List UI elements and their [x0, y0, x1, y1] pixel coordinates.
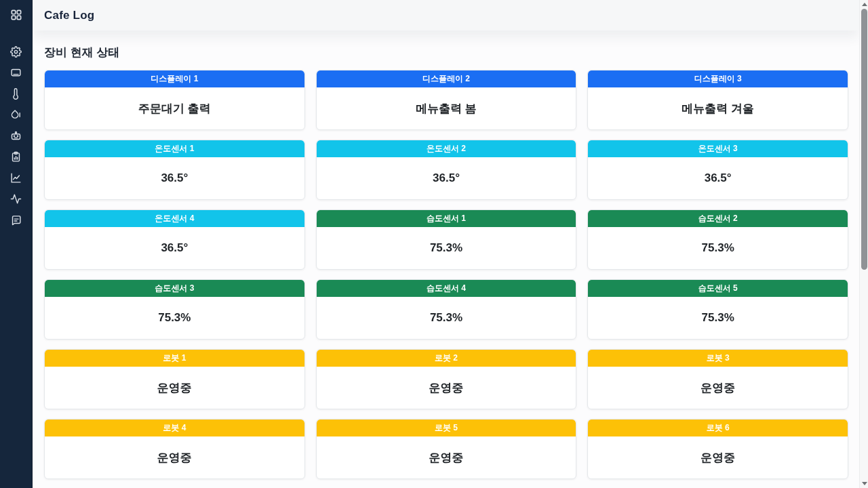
scroll-down-arrow-icon[interactable] [860, 479, 868, 488]
document-icon [10, 214, 22, 228]
sidebar-item-chart[interactable] [0, 169, 33, 190]
status-card: 온도센서 136.5° [44, 140, 305, 200]
status-card-title: 습도센서 1 [317, 210, 576, 227]
status-card-value: 36.5° [317, 157, 576, 199]
status-card-title: 로봇 3 [588, 350, 848, 367]
scrollbar-thumb[interactable] [861, 9, 867, 270]
status-card: 로봇 4운영중 [44, 419, 305, 479]
status-card-value: 75.3% [588, 227, 848, 269]
section-title: 장비 현재 상태 [44, 45, 848, 60]
status-card: 온도센서 336.5° [587, 140, 848, 200]
status-card-value: 36.5° [588, 157, 848, 199]
status-card-title: 온도센서 2 [317, 140, 576, 157]
status-card-value: 운영중 [45, 367, 304, 409]
status-card: 습도센서 375.3% [44, 279, 305, 340]
status-card-value: 36.5° [45, 157, 304, 199]
thermometer-icon [10, 88, 22, 102]
sidebar-item-temperature[interactable] [0, 85, 33, 106]
status-card: 디스플레이 1주문대기 출력 [44, 70, 305, 130]
status-card-grid: 디스플레이 1주문대기 출력디스플레이 2메뉴출력 봄디스플레이 3메뉴출력 겨… [44, 70, 848, 488]
scroll-up-arrow-icon[interactable] [860, 0, 868, 9]
status-card-value: 75.3% [317, 227, 576, 269]
status-card-title: 디스플레이 2 [317, 70, 576, 87]
status-card-title: 온도센서 1 [45, 140, 304, 157]
status-card: 온도센서 436.5° [44, 209, 305, 270]
status-card-value: 75.3% [317, 297, 576, 339]
status-card: 디스플레이 2메뉴출력 봄 [316, 70, 577, 130]
app-title: Cafe Log [44, 9, 94, 22]
status-card-value: 메뉴출력 봄 [317, 87, 576, 129]
sidebar-item-logs[interactable] [0, 211, 33, 232]
vertical-scrollbar[interactable] [859, 0, 868, 488]
status-card-title: 로봇 4 [45, 420, 304, 436]
status-card: 로봇 3운영중 [587, 349, 848, 409]
status-card-value: 36.5° [45, 227, 304, 269]
status-card: 디스플레이 3메뉴출력 겨울 [587, 70, 848, 130]
sidebar-item-settings[interactable] [0, 43, 33, 64]
status-card-title: 디스플레이 1 [45, 70, 304, 87]
status-card-value: 75.3% [45, 297, 304, 339]
sidebar-item-activity[interactable] [0, 190, 33, 211]
sidebar-nav [0, 43, 33, 232]
status-card: 로봇 1운영중 [44, 349, 305, 409]
status-card: 습도센서 275.3% [587, 209, 848, 270]
clipboard-chart-icon [10, 151, 22, 165]
activity-icon [10, 193, 22, 207]
sidebar-item-robots[interactable] [0, 127, 33, 148]
status-card: 습도센서 175.3% [316, 209, 577, 270]
status-card-title: 로봇 6 [588, 420, 848, 436]
app-logo[interactable] [9, 6, 23, 26]
status-card: 습도센서 575.3% [587, 279, 848, 340]
status-card-title: 습도센서 5 [588, 280, 848, 297]
status-card-title: 로봇 1 [45, 350, 304, 367]
status-card-value: 75.3% [588, 297, 848, 339]
status-card-title: 로봇 5 [317, 420, 576, 436]
topbar: Cafe Log [33, 0, 859, 30]
status-card-title: 온도센서 4 [45, 210, 304, 227]
status-card-title: 습도센서 3 [45, 280, 304, 297]
status-card-value: 운영중 [317, 436, 576, 479]
sidebar [0, 0, 33, 488]
status-card: 습도센서 475.3% [316, 279, 577, 340]
status-card-value: 운영중 [317, 367, 576, 409]
status-card-value: 운영중 [45, 436, 304, 479]
status-card: 로봇 6운영중 [587, 419, 848, 479]
droplet-icon [10, 109, 22, 123]
status-card: 온도센서 236.5° [316, 140, 577, 200]
line-chart-icon [10, 172, 22, 186]
status-card-value: 운영중 [588, 436, 848, 479]
status-card-title: 디스플레이 3 [588, 70, 848, 87]
status-card-value: 메뉴출력 겨울 [588, 87, 848, 129]
monitor-icon [10, 67, 22, 81]
sidebar-item-reports[interactable] [0, 148, 33, 169]
sidebar-item-humidity[interactable] [0, 106, 33, 127]
main-content: 장비 현재 상태 디스플레이 1주문대기 출력디스플레이 2메뉴출력 봄디스플레… [33, 30, 859, 488]
robot-icon [10, 130, 22, 144]
status-card-title: 로봇 2 [317, 350, 576, 367]
status-card-title: 온도센서 3 [588, 140, 848, 157]
status-card-value: 주문대기 출력 [45, 87, 304, 129]
status-card-title: 습도센서 2 [588, 210, 848, 227]
gear-icon [10, 46, 22, 60]
status-card-value: 운영중 [588, 367, 848, 409]
status-card: 로봇 5운영중 [316, 419, 577, 479]
status-card-title: 습도센서 4 [317, 280, 576, 297]
grid-icon [9, 8, 23, 24]
sidebar-item-displays[interactable] [0, 64, 33, 85]
status-card: 로봇 2운영중 [316, 349, 577, 409]
